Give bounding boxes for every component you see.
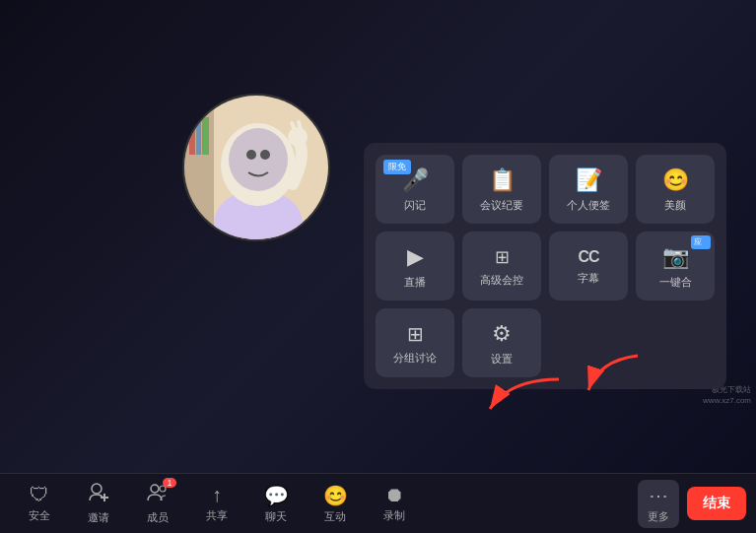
svg-point-4 — [246, 150, 256, 160]
record-label: 录制 — [383, 508, 405, 523]
settings-label: 设置 — [491, 352, 513, 366]
live-icon: ▶ — [407, 244, 424, 270]
toolbar: 🛡 安全 邀请 1 — [0, 473, 756, 533]
meeting-minutes-label: 会议纪要 — [480, 198, 523, 213]
participant-avatar — [182, 94, 330, 241]
one-key-icon: 📷 — [662, 244, 689, 270]
svg-rect-9 — [184, 96, 214, 241]
toolbar-items: 🛡 安全 邀请 1 — [10, 478, 638, 529]
toolbar-item-record[interactable]: ⏺ 录制 — [365, 480, 424, 527]
toolbar-item-security[interactable]: 🛡 安全 — [10, 480, 69, 527]
chat-icon: 💬 — [264, 484, 289, 507]
menu-item-flash-note[interactable]: 限免 🎤 闪记 — [376, 155, 454, 224]
popup-menu: 限免 🎤 闪记 📋 会议纪要 📝 个人便签 😊 美颜 ▶ 直播 ⊞ 高级会控 C… — [364, 143, 726, 389]
record-icon: ⏺ — [384, 484, 404, 506]
end-button[interactable]: 结束 — [687, 487, 746, 520]
interact-label: 互动 — [324, 509, 346, 524]
red-arrow-annotation — [480, 374, 569, 423]
menu-item-meeting-minutes[interactable]: 📋 会议纪要 — [462, 155, 541, 224]
svg-point-3 — [229, 128, 288, 191]
interact-icon: 😊 — [323, 484, 348, 507]
menu-item-live[interactable]: ▶ 直播 — [376, 232, 454, 300]
menu-item-advanced-control[interactable]: ⊞ 高级会控 — [462, 232, 541, 300]
more-button[interactable]: ⋯ 更多 — [638, 480, 679, 528]
share-label: 共享 — [206, 508, 228, 523]
one-key-label: 一键合 — [659, 275, 692, 290]
toolbar-item-members[interactable]: 1 成员 — [128, 478, 187, 529]
advanced-control-icon: ⊞ — [495, 246, 510, 268]
more-icon: ⋯ — [649, 484, 668, 507]
personal-note-label: 个人便签 — [567, 198, 610, 213]
flash-note-label: 闪记 — [404, 198, 426, 213]
captions-icon: CC — [578, 248, 598, 266]
captions-label: 字幕 — [578, 271, 599, 286]
menu-item-group-discussion[interactable]: ⊞ 分组讨论 — [376, 308, 454, 377]
svg-line-8 — [299, 122, 301, 129]
svg-rect-11 — [196, 120, 201, 155]
svg-point-6 — [288, 127, 308, 147]
menu-item-captions[interactable]: CC 字幕 — [549, 232, 628, 300]
personal-note-icon: 📝 — [576, 167, 602, 193]
svg-point-18 — [151, 485, 159, 493]
more-label: 更多 — [648, 509, 669, 524]
toolbar-item-share[interactable]: ↑ 共享 — [187, 480, 246, 527]
member-count-badge: 1 — [163, 478, 176, 488]
toolbar-item-chat[interactable]: 💬 聊天 — [246, 480, 306, 528]
svg-point-5 — [260, 150, 270, 160]
invite-icon — [88, 482, 109, 508]
menu-item-personal-note[interactable]: 📝 个人便签 — [549, 155, 628, 224]
beauty-icon: 😊 — [662, 167, 689, 193]
red-arrow-annotation-2 — [579, 351, 648, 404]
invite-label: 邀请 — [88, 510, 109, 525]
group-discussion-icon: ⊞ — [407, 322, 424, 346]
members-icon: 1 — [147, 482, 169, 508]
security-label: 安全 — [29, 508, 50, 523]
chat-label: 聊天 — [265, 509, 287, 524]
video-area: 限免 🎤 闪记 📋 会议纪要 📝 个人便签 😊 美颜 ▶ 直播 ⊞ 高级会控 C… — [0, 0, 756, 473]
svg-line-7 — [292, 123, 295, 130]
toolbar-item-interact[interactable]: 😊 互动 — [306, 480, 365, 528]
watermark-url: www.xz7.com — [703, 396, 751, 406]
advanced-control-label: 高级会控 — [480, 273, 523, 288]
badge-blue: 应 — [691, 235, 711, 249]
members-label: 成员 — [147, 510, 169, 525]
group-discussion-label: 分组讨论 — [393, 351, 437, 366]
toolbar-end: ⋯ 更多 结束 — [638, 480, 746, 528]
svg-rect-12 — [202, 117, 209, 155]
beauty-label: 美颜 — [664, 198, 686, 213]
menu-item-one-key[interactable]: 应 📷 一键合 — [636, 232, 715, 300]
toolbar-item-invite[interactable]: 邀请 — [69, 478, 128, 529]
live-label: 直播 — [404, 275, 426, 290]
meeting-minutes-icon: 📋 — [489, 167, 515, 193]
menu-item-settings[interactable]: ⚙ 设置 — [462, 308, 541, 377]
svg-point-15 — [92, 484, 102, 494]
svg-rect-10 — [189, 115, 195, 155]
settings-icon: ⚙ — [492, 321, 512, 347]
security-icon: 🛡 — [30, 484, 49, 506]
share-icon: ↑ — [212, 484, 222, 506]
menu-item-beauty[interactable]: 😊 美颜 — [636, 155, 715, 224]
badge-xianjia: 限免 — [383, 160, 411, 174]
